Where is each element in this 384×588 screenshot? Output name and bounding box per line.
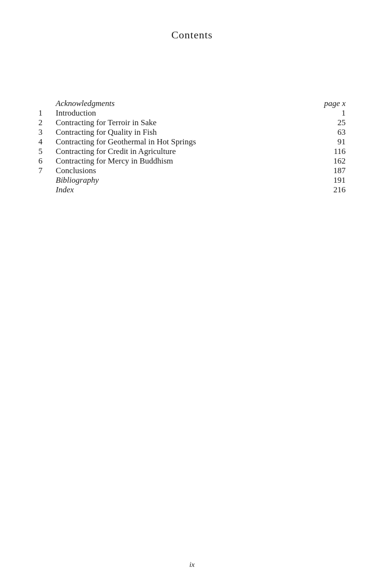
chapter-page: 116	[307, 147, 346, 156]
chapter-number: 5	[38, 147, 56, 156]
toc-entry-row: 4Contracting for Geothermal in Hot Sprin…	[38, 137, 346, 147]
chapter-page: 187	[307, 166, 346, 176]
page: Contents Acknowledgments page x 1Introdu…	[0, 0, 384, 588]
chapter-number: 3	[38, 128, 56, 137]
chapter-title: Contracting for Terroir in Sake	[56, 118, 307, 128]
chapter-number: 1	[38, 108, 56, 118]
back-matter-page: 191	[307, 176, 346, 185]
acknowledgments-title: Acknowledgments	[56, 99, 307, 108]
chapter-title: Contracting for Mercy in Buddhism	[56, 156, 307, 166]
chapter-page: 91	[307, 137, 346, 147]
chapter-number: 7	[38, 166, 56, 176]
back-matter-num	[38, 176, 56, 185]
back-matter-title: Index	[56, 185, 307, 195]
chapter-page: 25	[307, 118, 346, 128]
chapter-page: 162	[307, 156, 346, 166]
chapter-title: Contracting for Quality in Fish	[56, 128, 307, 137]
back-matter-row: Bibliography191	[38, 176, 346, 185]
chapter-title: Contracting for Geothermal in Hot Spring…	[56, 137, 307, 147]
toc-entry-row: 1Introduction1	[38, 108, 346, 118]
toc-entry-row: 3Contracting for Quality in Fish63	[38, 128, 346, 137]
chapter-title: Introduction	[56, 108, 307, 118]
chapter-number: 4	[38, 137, 56, 147]
back-matter-title: Bibliography	[56, 176, 307, 185]
toc-entry-row: 2Contracting for Terroir in Sake25	[38, 118, 346, 128]
toc-entry-row: 5Contracting for Credit in Agriculture11…	[38, 147, 346, 156]
acknowledgments-page: page x	[307, 99, 346, 108]
chapter-title: Conclusions	[56, 166, 307, 176]
chapter-number: 2	[38, 118, 56, 128]
chapter-title: Contracting for Credit in Agriculture	[56, 147, 307, 156]
toc-table: Acknowledgments page x 1Introduction12Co…	[38, 99, 346, 195]
footer-page-number: ix	[0, 561, 384, 569]
back-matter-page: 216	[307, 185, 346, 195]
chapter-page: 63	[307, 128, 346, 137]
chapter-page: 1	[307, 108, 346, 118]
page-title: Contents	[38, 29, 346, 41]
toc-entry-row: 6Contracting for Mercy in Buddhism162	[38, 156, 346, 166]
toc-entry-row: 7Conclusions187	[38, 166, 346, 176]
back-matter-row: Index216	[38, 185, 346, 195]
chapter-number: 6	[38, 156, 56, 166]
acknowledgments-num	[38, 99, 56, 108]
back-matter-num	[38, 185, 56, 195]
acknowledgments-row: Acknowledgments page x	[38, 99, 346, 108]
